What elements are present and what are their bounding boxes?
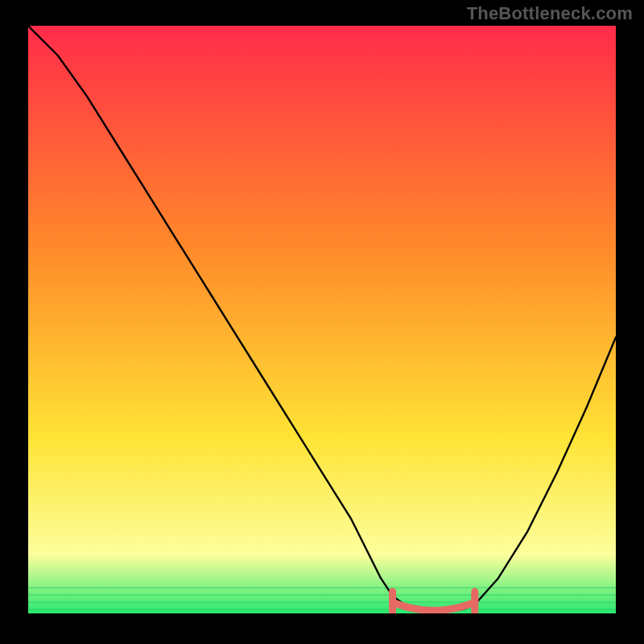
svg-rect-1 (28, 609, 616, 610)
svg-rect-3 (28, 594, 616, 596)
svg-rect-0 (28, 26, 616, 613)
plot-svg (28, 26, 616, 613)
svg-rect-2 (28, 601, 616, 603)
watermark-text: TheBottleneck.com (467, 3, 633, 24)
bottleneck-plot (28, 26, 616, 613)
svg-rect-4 (28, 587, 616, 588)
chart-frame: TheBottleneck.com (0, 0, 644, 644)
